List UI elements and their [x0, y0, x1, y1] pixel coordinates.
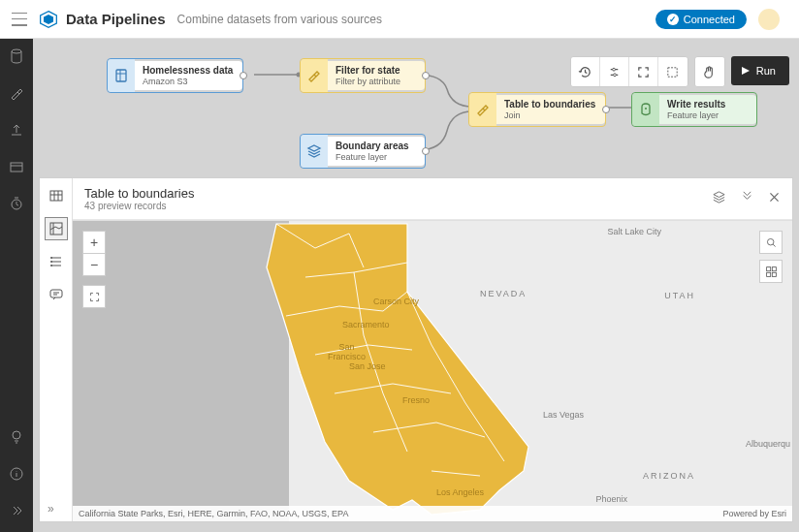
- map-label: Los Angeles: [436, 487, 484, 497]
- svg-point-13: [612, 68, 615, 71]
- history-icon[interactable]: [571, 57, 600, 86]
- attribution-left: California State Parks, Esri, HERE, Garm…: [79, 509, 348, 518]
- map-view-icon[interactable]: [45, 217, 68, 240]
- extent-button[interactable]: [82, 285, 106, 308]
- lightbulb-icon[interactable]: [9, 429, 24, 449]
- node-filter-state[interactable]: Filter for stateFilter by attribute: [300, 58, 426, 93]
- info-icon[interactable]: [9, 466, 24, 485]
- run-label: Run: [756, 65, 776, 77]
- svg-point-21: [50, 265, 52, 266]
- svg-point-5: [13, 431, 20, 439]
- preview-subtitle: 43 preview records: [84, 201, 194, 211]
- preview-panel: » Table to boundaries 43 preview records…: [39, 177, 793, 522]
- basemap-icon[interactable]: [759, 260, 783, 283]
- node-subtitle: Filter by attribute: [336, 77, 415, 87]
- output-port[interactable]: [240, 72, 247, 79]
- settings-icon[interactable]: [600, 57, 629, 86]
- preview-title: Table to boundaries: [84, 186, 194, 201]
- output-port[interactable]: [602, 106, 610, 113]
- svg-marker-1: [44, 15, 53, 24]
- node-homelessness-data[interactable]: Homelessness dataAmazon S3: [107, 58, 243, 93]
- run-button[interactable]: Run: [731, 56, 789, 85]
- svg-point-20: [50, 261, 52, 263]
- app-header: Data Pipelines Combine datasets from var…: [0, 0, 799, 39]
- california-polygon: [257, 220, 587, 521]
- preview-rail: »: [40, 178, 73, 521]
- connected-badge[interactable]: ✓ Connected: [655, 10, 747, 29]
- svg-rect-24: [766, 266, 770, 270]
- connected-label: Connected: [684, 14, 735, 25]
- output-port[interactable]: [422, 147, 430, 155]
- hammer-icon[interactable]: [9, 85, 24, 105]
- node-subtitle: Amazon S3: [143, 77, 233, 87]
- user-menu[interactable]: [758, 9, 787, 30]
- svg-point-23: [767, 238, 774, 245]
- node-write-results[interactable]: Write resultsFeature layer: [631, 92, 757, 127]
- hand-icon[interactable]: [695, 57, 724, 86]
- zoom-in-button[interactable]: +: [82, 231, 106, 254]
- node-title: Boundary areas: [336, 141, 415, 152]
- node-title: Write results: [667, 99, 747, 110]
- app-subtitle: Combine datasets from various sources: [177, 13, 382, 26]
- svg-rect-17: [50, 191, 62, 201]
- messages-icon[interactable]: [45, 283, 68, 306]
- layer-icon: [301, 135, 328, 168]
- schema-icon[interactable]: [45, 250, 68, 273]
- clock-icon[interactable]: [9, 196, 24, 215]
- map[interactable]: + − Salt Lake City NEVADA UTAH Carson Ci…: [73, 220, 792, 521]
- database-icon[interactable]: [9, 48, 24, 68]
- output-icon: [632, 93, 659, 126]
- expand-rail-icon[interactable]: [9, 503, 24, 522]
- map-label: San Francisco: [325, 342, 368, 361]
- select-icon[interactable]: [658, 57, 687, 86]
- avatar: [758, 9, 780, 30]
- attribution-right: Powered by Esri: [722, 509, 786, 518]
- search-map-icon[interactable]: [759, 231, 783, 254]
- svg-rect-15: [668, 67, 677, 76]
- node-boundary-areas[interactable]: Boundary areasFeature layer: [300, 134, 426, 169]
- menu-icon[interactable]: [12, 13, 27, 26]
- svg-rect-27: [772, 272, 776, 276]
- svg-marker-16: [742, 67, 750, 75]
- svg-rect-3: [11, 163, 22, 172]
- svg-rect-11: [116, 70, 126, 81]
- map-label: Salt Lake City: [607, 227, 661, 236]
- svg-point-19: [50, 257, 52, 259]
- svg-rect-26: [766, 272, 770, 276]
- map-label: Sacramento: [342, 320, 390, 329]
- table-view-icon[interactable]: [45, 184, 68, 207]
- tool-icon: [301, 59, 328, 92]
- node-title: Filter for state: [336, 65, 415, 77]
- pipeline-canvas[interactable]: Homelessness dataAmazon S3 Filter for st…: [33, 39, 799, 174]
- folder-icon[interactable]: [9, 159, 24, 178]
- upload-icon[interactable]: [9, 122, 24, 141]
- play-icon: [741, 66, 751, 76]
- map-label: Las Vegas: [543, 410, 584, 420]
- canvas-toolbar: Run: [570, 56, 789, 87]
- node-subtitle: Feature layer: [667, 110, 747, 121]
- collapse-icon[interactable]: [740, 190, 754, 208]
- node-subtitle: Join: [504, 110, 595, 121]
- expand-preview-icon[interactable]: »: [48, 502, 54, 516]
- layers-icon[interactable]: [712, 190, 726, 208]
- zoom-out-button[interactable]: −: [82, 253, 106, 276]
- close-icon[interactable]: [768, 190, 781, 208]
- svg-rect-25: [772, 266, 776, 270]
- map-label: Albuquerqu: [746, 439, 790, 449]
- node-title: Table to boundaries: [504, 99, 595, 110]
- svg-point-2: [12, 49, 21, 53]
- left-rail: [0, 39, 33, 532]
- output-port[interactable]: [422, 72, 430, 79]
- tool-icon: [469, 93, 496, 126]
- app-logo-icon: [39, 10, 58, 29]
- map-attribution: California State Parks, Esri, HERE, Garm…: [73, 506, 792, 521]
- svg-rect-22: [50, 290, 62, 297]
- map-label: ARIZONA: [643, 471, 695, 481]
- check-icon: ✓: [667, 14, 679, 25]
- svg-point-14: [613, 73, 616, 76]
- node-table-to-boundaries[interactable]: Table to boundariesJoin: [468, 92, 606, 127]
- map-label: NEVADA: [480, 289, 527, 298]
- map-label: UTAH: [664, 291, 695, 300]
- app-title: Data Pipelines: [66, 11, 166, 27]
- fit-icon[interactable]: [629, 57, 658, 86]
